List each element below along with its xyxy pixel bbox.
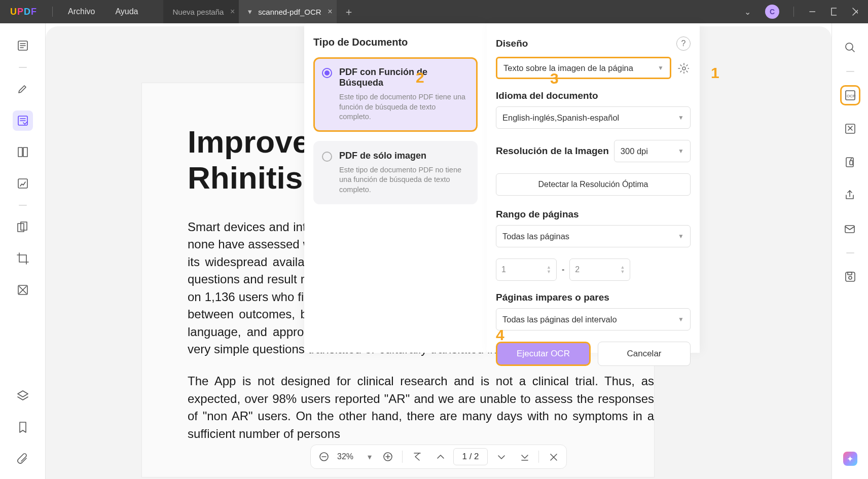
page-range-value: Todas las páginas — [502, 232, 569, 241]
minimize-icon[interactable] — [808, 8, 815, 15]
close-window-icon[interactable] — [851, 8, 858, 15]
radio-selected-icon — [322, 68, 332, 78]
menubar: UPDF Archivo Ayuda Nueva pestaña × ▾ sca… — [0, 0, 868, 23]
attachment-icon[interactable] — [13, 449, 33, 469]
radio-icon — [322, 152, 332, 162]
user-avatar[interactable]: C — [765, 5, 779, 19]
page-layout-icon[interactable] — [13, 142, 33, 162]
close-icon[interactable]: × — [328, 7, 332, 16]
language-value: English-inglés,Spanish-español — [502, 113, 619, 123]
tab-new-label: Nueva pestaña — [172, 8, 224, 16]
first-page-icon[interactable] — [407, 447, 427, 467]
save-icon[interactable] — [840, 267, 860, 287]
page-controls: 32% ▾ 1 / 2 — [310, 445, 567, 469]
close-icon[interactable]: × — [230, 7, 235, 16]
document-paragraph: The App is not designed for clinical res… — [188, 373, 654, 443]
design-select[interactable]: Texto sobre la imagen de la página▼ — [496, 57, 671, 79]
doctype-desc: Este tipo de documento PDF no tiene una … — [339, 165, 468, 195]
doctype-searchable-option[interactable]: PDF con Función de Búsqueda Este tipo de… — [313, 57, 478, 132]
design-label: Diseño — [496, 38, 528, 49]
doctype-image-only-option[interactable]: PDF de sólo imagen Este tipo de document… — [313, 141, 478, 205]
compress-icon[interactable] — [840, 119, 860, 139]
ocr-doctype-panel: Tipo de Documento PDF con Función de Bús… — [304, 23, 487, 353]
gear-icon[interactable] — [676, 61, 691, 75]
page-indicator[interactable]: 1 / 2 — [453, 448, 488, 465]
app-logo: UPDF — [10, 7, 37, 17]
page-range-select[interactable]: Todas las páginas▼ — [496, 225, 691, 247]
range-from-input[interactable]: 1▲▼ — [496, 259, 557, 281]
language-select[interactable]: English-inglés,Spanish-español▼ — [496, 106, 691, 129]
resolution-label: Resolución de la Imagen — [496, 145, 609, 157]
email-icon[interactable] — [840, 219, 860, 239]
right-toolbar: OCR ✦ — [831, 23, 868, 479]
doctype-desc: Este tipo de documento PDF tiene una fun… — [339, 92, 468, 122]
maximize-icon[interactable] — [829, 8, 837, 15]
menu-file[interactable]: Archivo — [58, 7, 105, 16]
prev-page-icon[interactable] — [430, 447, 450, 467]
annotation-4: 4 — [496, 326, 504, 344]
svg-rect-36 — [845, 226, 854, 233]
annotation-3: 3 — [550, 70, 559, 87]
svg-rect-13 — [18, 179, 27, 188]
ocr-tool-icon[interactable]: OCR — [840, 85, 860, 105]
close-bar-icon[interactable] — [543, 447, 563, 467]
resolution-value: 300 dpi — [621, 146, 648, 156]
last-page-icon[interactable] — [514, 447, 534, 467]
tab-new[interactable]: Nueva pestaña × — [163, 0, 239, 23]
language-label: Idioma del documento — [496, 90, 691, 101]
doctype-title: PDF de sólo imagen — [339, 151, 468, 161]
cancel-button[interactable]: Cancelar — [598, 342, 691, 366]
search-icon[interactable] — [840, 38, 860, 58]
protect-icon[interactable] — [840, 152, 860, 172]
bookmark-icon[interactable] — [13, 417, 33, 437]
reader-tool-icon[interactable] — [13, 35, 33, 56]
layers-icon[interactable] — [13, 386, 33, 406]
menu-help[interactable]: Ayuda — [105, 7, 148, 16]
ocr-settings-panel: Diseño ? Texto sobre la imagen de la pág… — [487, 23, 700, 353]
organize-pages-icon[interactable] — [13, 217, 33, 237]
doctype-heading: Tipo de Documento — [313, 36, 478, 48]
zoom-out-icon[interactable] — [314, 447, 334, 467]
svg-rect-37 — [846, 272, 855, 281]
svg-line-30 — [852, 49, 854, 52]
edit-text-icon[interactable] — [13, 110, 33, 131]
tab-active[interactable]: ▾ scanned-pdf_OCR × — [239, 0, 336, 23]
zoom-dropdown-icon[interactable]: ▾ — [368, 452, 372, 462]
detect-resolution-button[interactable]: Detectar la Resolución Óptima — [496, 173, 691, 196]
doctype-title: PDF con Función de Búsqueda — [339, 67, 468, 88]
share-icon[interactable] — [840, 186, 860, 206]
oddeven-value: Todas las páginas del intervalo — [502, 315, 617, 324]
run-ocr-button[interactable]: Ejecutar OCR — [496, 342, 591, 366]
annotation-1: 1 — [711, 64, 719, 82]
next-page-icon[interactable] — [491, 447, 511, 467]
svg-rect-11 — [18, 148, 22, 157]
svg-point-38 — [849, 276, 852, 279]
add-tab-button[interactable]: ＋ — [337, 5, 361, 19]
svg-rect-39 — [848, 272, 852, 275]
zoom-value: 32% — [337, 452, 365, 461]
highlighter-icon[interactable] — [13, 79, 33, 99]
form-tool-icon[interactable] — [13, 173, 33, 194]
svg-rect-1 — [831, 8, 837, 15]
resolution-select[interactable]: 300 dpi▼ — [614, 140, 691, 162]
svg-rect-35 — [850, 161, 853, 165]
oddeven-select[interactable]: Todas las páginas del intervalo▼ — [496, 308, 691, 330]
left-toolbar — [0, 23, 46, 479]
range-to-input[interactable]: 2▲▼ — [569, 259, 630, 281]
help-icon[interactable]: ? — [676, 36, 691, 51]
svg-point-40 — [682, 67, 685, 70]
crop-icon[interactable] — [13, 248, 33, 269]
range-separator: - — [562, 265, 564, 274]
ai-assistant-icon[interactable]: ✦ — [843, 452, 857, 466]
svg-text:OCR: OCR — [847, 94, 856, 98]
chevron-down-icon[interactable]: ⌄ — [744, 7, 751, 17]
svg-rect-12 — [23, 148, 27, 157]
redact-icon[interactable] — [13, 280, 33, 300]
tab-active-label: scanned-pdf_OCR — [258, 8, 321, 16]
page-range-label: Rango de páginas — [496, 209, 691, 220]
design-value: Texto sobre la imagen de la página — [503, 63, 633, 73]
oddeven-label: Páginas impares o pares — [496, 292, 691, 303]
zoom-in-icon[interactable] — [378, 447, 398, 467]
chevron-down-icon: ▾ — [248, 7, 252, 16]
annotation-2: 2 — [416, 69, 424, 86]
